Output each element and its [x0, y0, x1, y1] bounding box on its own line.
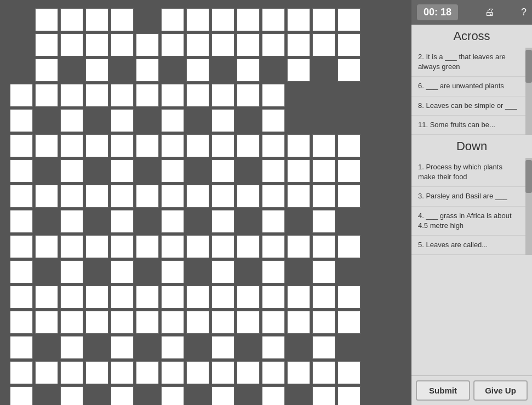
crossword-cell[interactable]	[312, 386, 335, 405]
crossword-cell[interactable]	[111, 311, 134, 334]
crossword-cell[interactable]	[186, 185, 209, 208]
crossword-cell[interactable]	[237, 33, 260, 56]
crossword-cell[interactable]	[35, 185, 58, 208]
crossword-cell[interactable]	[161, 185, 184, 208]
crossword-cell[interactable]	[85, 311, 108, 334]
crossword-cell[interactable]	[85, 286, 108, 309]
crossword-cell[interactable]	[287, 159, 310, 182]
crossword-cell[interactable]	[211, 336, 234, 359]
crossword-cell[interactable]	[312, 210, 335, 233]
print-icon[interactable]: 🖨	[485, 7, 495, 18]
crossword-cell[interactable]	[161, 336, 184, 359]
crossword-cell[interactable]	[111, 8, 134, 31]
crossword-cell[interactable]	[211, 235, 234, 258]
crossword-cell[interactable]	[10, 286, 33, 309]
crossword-cell[interactable]	[35, 311, 58, 334]
crossword-cell[interactable]	[262, 336, 285, 359]
crossword-cell[interactable]	[85, 8, 108, 31]
crossword-cell[interactable]	[136, 33, 159, 56]
crossword-cell[interactable]	[262, 286, 285, 309]
crossword-cell[interactable]	[287, 59, 310, 82]
across-clue-11[interactable]: 11. Some fruits can be...	[411, 116, 525, 135]
crossword-cell[interactable]	[262, 84, 285, 107]
crossword-cell[interactable]	[287, 8, 310, 31]
down-clue-4[interactable]: 4. ___ grass in Africa is about 4.5 metr…	[411, 207, 525, 236]
across-clue-8[interactable]: 8. Leaves can be simple or ___	[411, 96, 525, 116]
crossword-cell[interactable]	[262, 235, 285, 258]
crossword-cell[interactable]	[287, 33, 310, 56]
crossword-cell[interactable]	[10, 134, 33, 157]
crossword-cell[interactable]	[337, 235, 361, 258]
crossword-cell[interactable]	[312, 33, 335, 56]
crossword-cell[interactable]	[111, 134, 134, 157]
help-icon[interactable]: ?	[521, 7, 527, 18]
crossword-cell[interactable]	[35, 84, 58, 107]
crossword-cell[interactable]	[186, 33, 209, 56]
crossword-cell[interactable]	[35, 59, 58, 82]
crossword-cell[interactable]	[60, 210, 83, 233]
crossword-cell[interactable]	[111, 33, 134, 56]
crossword-cell[interactable]	[312, 8, 335, 31]
crossword-cell[interactable]	[337, 311, 361, 334]
crossword-cell[interactable]	[111, 386, 134, 405]
crossword-cell[interactable]	[186, 361, 209, 384]
crossword-cell[interactable]	[111, 260, 134, 283]
crossword-cell[interactable]	[10, 336, 33, 359]
crossword-cell[interactable]	[161, 386, 184, 405]
crossword-cell[interactable]	[262, 159, 285, 182]
crossword-cell[interactable]	[136, 361, 159, 384]
crossword-cell[interactable]	[337, 8, 361, 31]
crossword-cell[interactable]	[136, 134, 159, 157]
crossword-cell[interactable]	[312, 159, 335, 182]
crossword-cell[interactable]	[85, 59, 108, 82]
crossword-cell[interactable]	[262, 210, 285, 233]
crossword-cell[interactable]	[10, 235, 33, 258]
crossword-cell[interactable]	[237, 286, 260, 309]
crossword-cell[interactable]	[287, 235, 310, 258]
down-clue-5[interactable]: 5. Leaves are called...	[411, 236, 525, 255]
crossword-cell[interactable]	[161, 84, 184, 107]
crossword-cell[interactable]	[312, 260, 335, 283]
crossword-cell[interactable]	[337, 286, 361, 309]
crossword-cell[interactable]	[60, 336, 83, 359]
crossword-cell[interactable]	[186, 59, 209, 82]
crossword-cell[interactable]	[287, 185, 310, 208]
crossword-cell[interactable]	[237, 235, 260, 258]
crossword-cell[interactable]	[60, 286, 83, 309]
down-scrollbar[interactable]	[525, 158, 532, 255]
crossword-cell[interactable]	[161, 33, 184, 56]
crossword-cell[interactable]	[161, 109, 184, 132]
crossword-cell[interactable]	[237, 185, 260, 208]
crossword-cell[interactable]	[186, 134, 209, 157]
submit-button[interactable]: Submit	[416, 380, 470, 401]
down-clue-1[interactable]: 1. Process by which plants make their fo…	[411, 158, 525, 187]
crossword-cell[interactable]	[211, 361, 234, 384]
down-clue-3[interactable]: 3. Parsley and Basil are ___	[411, 187, 525, 206]
crossword-cell[interactable]	[10, 361, 33, 384]
crossword-cell[interactable]	[85, 84, 108, 107]
crossword-cell[interactable]	[111, 336, 134, 359]
crossword-cell[interactable]	[161, 311, 184, 334]
crossword-cell[interactable]	[85, 134, 108, 157]
crossword-cell[interactable]	[161, 260, 184, 283]
crossword-cell[interactable]	[136, 84, 159, 107]
crossword-cell[interactable]	[287, 134, 310, 157]
crossword-cell[interactable]	[211, 109, 234, 132]
crossword-cell[interactable]	[186, 286, 209, 309]
crossword-cell[interactable]	[337, 159, 361, 182]
crossword-cell[interactable]	[136, 185, 159, 208]
crossword-cell[interactable]	[161, 286, 184, 309]
crossword-cell[interactable]	[35, 361, 58, 384]
crossword-cell[interactable]	[211, 210, 234, 233]
crossword-cell[interactable]	[136, 286, 159, 309]
crossword-cell[interactable]	[211, 260, 234, 283]
crossword-cell[interactable]	[287, 361, 310, 384]
crossword-cell[interactable]	[60, 260, 83, 283]
crossword-cell[interactable]	[136, 235, 159, 258]
crossword-cell[interactable]	[60, 159, 83, 182]
crossword-cell[interactable]	[10, 386, 33, 405]
crossword-cell[interactable]	[211, 185, 234, 208]
crossword-cell[interactable]	[35, 134, 58, 157]
crossword-cell[interactable]	[60, 311, 83, 334]
crossword-cell[interactable]	[337, 361, 361, 384]
